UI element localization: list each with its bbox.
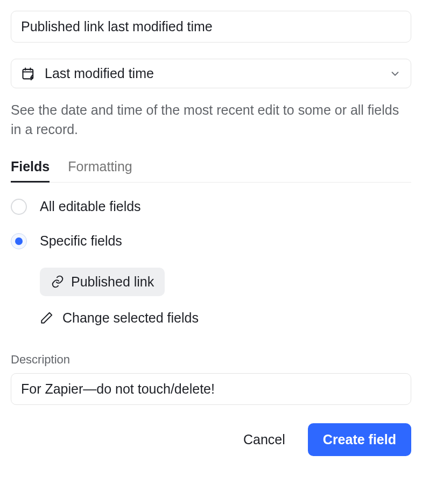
- option-label: Specific fields: [40, 233, 122, 249]
- link-icon: [51, 275, 65, 289]
- chevron-down-icon: [389, 68, 401, 80]
- description-label: Description: [11, 353, 411, 367]
- radio-icon: [11, 233, 27, 249]
- tab-fields[interactable]: Fields: [11, 159, 50, 182]
- change-selected-fields-label: Change selected fields: [62, 310, 199, 326]
- option-all-editable-fields[interactable]: All editable fields: [11, 199, 411, 215]
- radio-icon: [11, 199, 27, 215]
- change-selected-fields-button[interactable]: Change selected fields: [40, 310, 411, 326]
- field-type-label: Last modified time: [45, 66, 381, 81]
- fields-options: All editable fields Specific fields Publ…: [11, 199, 411, 326]
- config-tabs: Fields Formatting: [11, 159, 411, 183]
- help-text: See the date and time of the most recent…: [11, 100, 411, 139]
- pencil-icon: [40, 311, 54, 325]
- selected-fields-area: Published link: [40, 268, 411, 296]
- tab-formatting[interactable]: Formatting: [68, 159, 132, 182]
- field-name-input[interactable]: [11, 11, 411, 43]
- selected-field-chip[interactable]: Published link: [40, 268, 165, 296]
- create-field-button[interactable]: Create field: [308, 423, 411, 456]
- field-type-select[interactable]: Last modified time: [11, 59, 411, 88]
- chip-label: Published link: [71, 274, 154, 290]
- description-input[interactable]: [11, 373, 411, 405]
- option-label: All editable fields: [40, 199, 141, 214]
- cancel-button[interactable]: Cancel: [241, 429, 287, 451]
- calendar-bolt-icon: [21, 66, 36, 81]
- option-specific-fields[interactable]: Specific fields: [11, 233, 411, 249]
- dialog-footer: Cancel Create field: [11, 423, 411, 456]
- field-config-dialog: Last modified time See the date and time…: [0, 0, 422, 467]
